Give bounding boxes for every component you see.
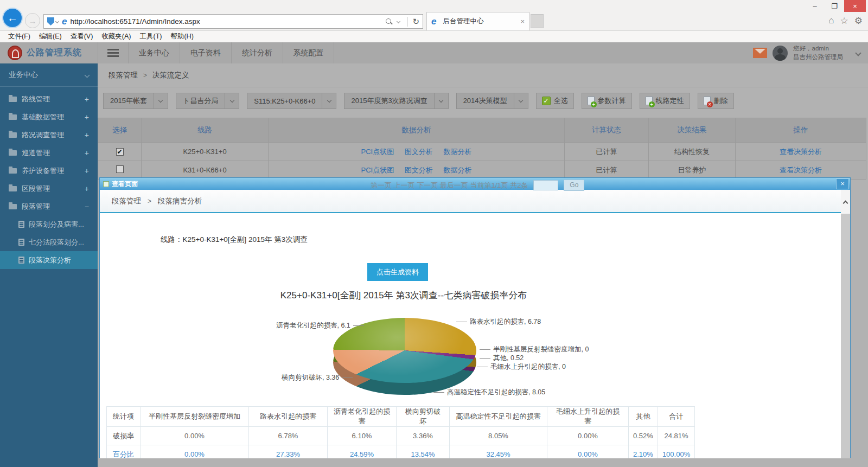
sidebar-item-patrol[interactable]: 巡道管理+	[0, 144, 98, 162]
nav-system-config[interactable]: 系统配置	[283, 42, 334, 63]
view-decision-link[interactable]: 查看决策分析	[780, 166, 822, 174]
tab-close-icon[interactable]: ×	[520, 17, 525, 25]
sidebar-item-section-mgmt[interactable]: 区段管理+	[0, 180, 98, 197]
url-text[interactable]: http://localhost:65171/Admin/Index.aspx	[70, 17, 386, 25]
chevron-down-icon[interactable]	[55, 20, 59, 23]
row-checkbox[interactable]	[116, 148, 124, 156]
breadcrumb-parent[interactable]: 段落管理	[108, 71, 138, 80]
nav-statistics[interactable]: 统计分析	[231, 42, 283, 63]
sidebar-header[interactable]: 业务中心	[0, 63, 98, 87]
pie-label-other: 其他, 0.52	[480, 354, 524, 363]
window-titlebar: – ❐ ×	[0, 0, 868, 12]
table-row: K31+0-K66+0 PCI点状图 图文分析 数据分析 已计算 日常养护 查看…	[98, 161, 866, 180]
expand-icon[interactable]: +	[85, 149, 89, 157]
expand-icon[interactable]: +	[85, 131, 89, 139]
menu-view[interactable]: 查看(V)	[67, 31, 97, 42]
home-icon[interactable]: ⌂	[828, 15, 834, 27]
sidebar-subitem-decision-analysis[interactable]: 段落决策分析	[0, 251, 98, 269]
data-analysis-link[interactable]: 数据分析	[443, 148, 471, 156]
sidebar-item-basic-data[interactable]: 基础数据管理+	[0, 108, 98, 126]
back-button[interactable]: ←	[2, 8, 23, 28]
row-checkbox[interactable]	[116, 165, 124, 173]
modal-close-button[interactable]: ×	[836, 178, 849, 189]
nav-business-center[interactable]: 业务中心	[128, 42, 180, 63]
refresh-icon[interactable]: ↻	[412, 17, 419, 27]
close-button[interactable]: ×	[844, 0, 866, 12]
folder-icon	[9, 97, 17, 102]
user-info: 您好，admin 昌吉州公路管理局	[793, 44, 843, 61]
sidebar-subitem-seven-method[interactable]: 七分法段落划分...	[0, 233, 98, 251]
dropdown-account-year[interactable]: 2015年帐套	[103, 93, 168, 109]
pci-dot-chart-link[interactable]: PCI点状图	[361, 148, 394, 156]
expand-icon[interactable]: +	[85, 184, 89, 193]
col-data-analysis: 数据分析	[269, 118, 565, 143]
ie-icon: e	[62, 16, 67, 27]
expand-icon[interactable]: +	[85, 167, 89, 175]
sidebar-item-paragraph-mgmt[interactable]: 段落管理−	[0, 197, 98, 215]
forward-button[interactable]: →	[25, 13, 40, 28]
modal-title: 查看页面	[112, 180, 138, 189]
pie-label-surface-water: 路表水引起的损害, 6.78	[456, 317, 541, 327]
mail-icon[interactable]	[753, 48, 767, 58]
sidebar-subitem-paragraph-division[interactable]: 段落划分及病害...	[0, 215, 98, 233]
dropdown-decision-model[interactable]: 2014决策模型	[456, 93, 528, 109]
sidebar-item-maintenance-equipment[interactable]: 养护设备管理+	[0, 162, 98, 180]
menu-file[interactable]: 文件(F)	[4, 31, 34, 42]
select-all-button[interactable]: ✓全选	[536, 93, 574, 109]
col-line: 线路	[142, 118, 269, 143]
search-icon[interactable]	[386, 18, 392, 25]
star-icon[interactable]: ☆	[840, 15, 848, 27]
checkbox-checked-icon: ✓	[542, 97, 551, 105]
minimize-button[interactable]: –	[805, 0, 825, 12]
delete-button[interactable]: 删除	[698, 93, 734, 109]
line-info-text: 线路：K25+0-K31+0[全副] 2015年 第3次调查	[161, 235, 308, 245]
menu-help[interactable]: 帮助(H)	[167, 31, 197, 42]
generate-data-button[interactable]: 点击生成资料	[367, 263, 428, 281]
shield-icon	[47, 17, 54, 25]
dropdown-survey[interactable]: 2015年度第3次路况调查	[344, 93, 448, 109]
sidebar-item-route-mgmt[interactable]: 路线管理+	[0, 90, 98, 108]
modal-scrollbar[interactable]	[841, 190, 850, 458]
menu-tools[interactable]: 工具(T)	[136, 31, 165, 42]
graphic-analysis-link[interactable]: 图文分析	[405, 166, 433, 174]
nav-e-documents[interactable]: 电子资料	[180, 42, 231, 63]
expand-icon[interactable]: +	[85, 95, 89, 104]
user-org: 昌吉州公路管理局	[793, 54, 843, 60]
pie-label-reflective-crack: 半刚性基层反射裂缝密度增加, 0	[480, 345, 589, 354]
chevron-down-icon[interactable]	[855, 50, 861, 56]
hamburger-menu-icon[interactable]	[98, 42, 128, 63]
status-cell: 已计算	[565, 143, 649, 161]
modal-breadcrumb-parent[interactable]: 段落管理	[112, 196, 141, 206]
pci-dot-chart-link[interactable]: PCI点状图	[361, 166, 394, 174]
data-analysis-link[interactable]: 数据分析	[443, 166, 471, 174]
gear-icon[interactable]: ⚙	[854, 15, 863, 27]
param-calc-button[interactable]: 参数计算	[582, 93, 632, 109]
dropdown-road[interactable]: S115:K25+0-K66+0	[247, 93, 336, 109]
maximize-button[interactable]: ❐	[825, 0, 844, 12]
chevron-down-icon	[229, 98, 234, 102]
graphic-analysis-link[interactable]: 图文分析	[405, 148, 433, 156]
screen: – ❐ × ← → e http://localhost:65171/Admin…	[0, 0, 868, 467]
menu-favorites[interactable]: 收藏夹(A)	[98, 31, 135, 42]
view-page-modal: 查看页面 × 段落管理 > 段落病害分析 线路：K25+0-K31+0[全副] …	[99, 177, 851, 458]
route-qualitative-button[interactable]: 线路定性	[640, 93, 690, 109]
scroll-up-icon[interactable]	[841, 190, 850, 214]
sidebar-item-road-survey[interactable]: 路况调查管理+	[0, 126, 98, 144]
chevron-down-icon[interactable]	[397, 20, 400, 23]
damage-stats-table: 统计项 半刚性基层反射裂缝密度增加 路表水引起的损害 沥青老化引起的损害 横向剪…	[106, 406, 695, 458]
menu-edit[interactable]: 编辑(E)	[35, 31, 66, 42]
view-decision-link[interactable]: 查看决策分析	[780, 148, 822, 156]
dropdown-branch[interactable]: ト昌吉分局	[176, 93, 239, 109]
new-tab-button[interactable]	[531, 14, 544, 28]
page-icon	[103, 181, 109, 187]
browser-tab[interactable]: e 后台管理中心 ×	[426, 12, 529, 30]
folder-icon	[9, 168, 17, 174]
go-button[interactable]: Go	[564, 180, 584, 191]
expand-icon[interactable]: +	[85, 113, 89, 121]
avatar[interactable]	[773, 46, 788, 61]
doc-delete-icon	[704, 97, 711, 105]
collapse-icon[interactable]: −	[85, 202, 89, 211]
page-input[interactable]	[533, 180, 558, 190]
pagination-text[interactable]: 第一页 上一页 下一页 最后一页 当前第1/1页 共2条	[371, 181, 528, 190]
address-bar[interactable]: e http://localhost:65171/Admin/Index.asp…	[43, 14, 423, 29]
